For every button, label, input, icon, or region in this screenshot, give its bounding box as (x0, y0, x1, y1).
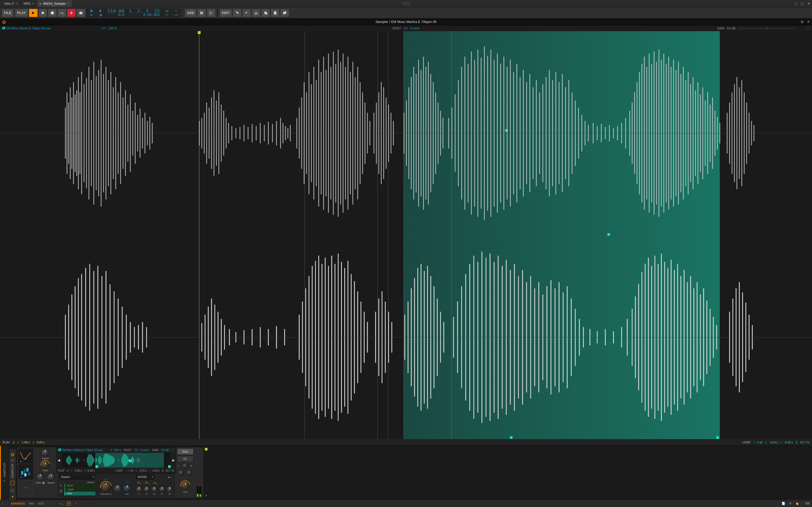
groove-icon[interactable]: ∿ (173, 9, 179, 12)
loop-start-mini[interactable]: 4.29 s (140, 469, 147, 472)
prev-sample-button[interactable]: ◀ (58, 458, 60, 462)
grain-icon[interactable]: ▦ (59, 489, 62, 493)
pitch-knob[interactable] (41, 461, 49, 469)
power-icon[interactable]: ⏻ (11, 453, 14, 457)
record-indicator-icon[interactable] (795, 2, 797, 5)
xfade-value[interactable]: 51.7 % (800, 441, 809, 444)
tab-bws4-sampler[interactable]: ▶ BWS4_Sampler × (37, 0, 72, 7)
close-icon[interactable]: × (16, 2, 18, 6)
add-layer-button[interactable]: + (18, 480, 33, 495)
env-release-knob[interactable] (166, 486, 173, 492)
mini-waveform[interactable]: ◀ ▶ (62, 453, 170, 468)
loop-mode-icon[interactable]: → ⇒ ⇄ (753, 441, 762, 444)
zoom-control[interactable]: ⊪⊢ 100 % (102, 27, 117, 30)
tab-mpe[interactable]: MPE × (21, 0, 37, 7)
fill-icon[interactable]: ⟿ (173, 13, 179, 17)
zoom-mini[interactable]: ⊪ 100 % (110, 449, 121, 452)
settings-icon[interactable]: ⚙ (789, 502, 792, 505)
redo-button[interactable] (242, 9, 251, 17)
count-in-icon[interactable]: ☷ (164, 13, 170, 17)
close-icon[interactable]: × (32, 2, 34, 6)
filter-res-knob[interactable] (114, 484, 121, 492)
metronome-icon[interactable]: ▣ (89, 9, 94, 12)
gain-value[interactable]: 0.0 dB (727, 27, 735, 30)
close-window-icon[interactable]: ✕ (808, 2, 810, 6)
paste-button[interactable] (271, 9, 280, 17)
note-mod-button[interactable]: Note (177, 448, 194, 455)
spread-r-knob[interactable] (186, 470, 192, 476)
root-cents[interactable]: 0 cents (410, 27, 419, 30)
play-label-button[interactable]: PLAY (15, 9, 28, 17)
env-shape-icon[interactable] (145, 481, 150, 484)
sample-filename[interactable]: EM Mvoc Mantra E 70bpm 05.wav (2, 27, 51, 30)
env-sustain-knob[interactable] (159, 486, 165, 492)
device-panel-toggle[interactable]: ▭ (67, 502, 70, 505)
duplicate-button[interactable] (280, 9, 289, 17)
env-decay-knob[interactable] (151, 486, 158, 492)
pan-knob[interactable] (182, 463, 188, 469)
touch-icon[interactable]: 👆 (795, 502, 799, 505)
copy-button[interactable] (261, 9, 270, 17)
undo-button[interactable] (233, 9, 242, 17)
mixer-panel-icon[interactable]: ⦀ (74, 502, 78, 505)
multisample-thumbnail[interactable]: ●→ (18, 464, 33, 479)
play-start-mini[interactable]: 1.68 s (74, 469, 82, 472)
punch-out-icon[interactable]: ◨ (98, 13, 103, 17)
timesig-value[interactable]: 4/4 (108, 13, 124, 16)
crop-icon[interactable]: ⛶ (806, 26, 810, 31)
automation-write-button[interactable]: W (57, 9, 66, 17)
offset-play-button[interactable]: PLAY (64, 484, 95, 488)
stop-button[interactable] (38, 9, 47, 17)
env-attack-knob[interactable] (136, 486, 142, 492)
env-shape-icon[interactable] (153, 481, 158, 484)
folder-icon[interactable]: 🗀 (11, 458, 14, 462)
spread-l-knob[interactable] (178, 470, 184, 476)
automation-lane-icon[interactable]: ⋰ (52, 502, 56, 505)
overdub-button[interactable] (67, 9, 76, 17)
root-cents-mini[interactable]: 0 cents (140, 449, 149, 452)
loop-end-value[interactable]: 6.09 s (785, 441, 793, 444)
edit-button[interactable]: EDIT (219, 9, 232, 17)
filter-freq-knob[interactable] (101, 482, 111, 492)
record-button[interactable] (48, 9, 57, 17)
export-button[interactable] (77, 9, 85, 17)
play-end-value[interactable]: 6.86 s (37, 441, 45, 444)
device-menu-icon[interactable] (11, 489, 14, 493)
glide-knob[interactable] (36, 473, 44, 481)
offset-loop-button[interactable]: LOOP (64, 488, 95, 492)
keyboard-icon[interactable]: ⌨ (806, 502, 809, 505)
position-bars[interactable]: 1. 2. 3. 33 (129, 9, 160, 13)
env-hold-knob[interactable] (144, 486, 150, 492)
power-icon[interactable]: ⏻ (2, 20, 6, 24)
select-knob[interactable] (41, 449, 49, 457)
add-clip-button[interactable] (207, 9, 216, 17)
cut-button[interactable] (252, 9, 261, 17)
playmode-dropdown[interactable]: Repitch (59, 474, 95, 480)
envelope-type-dropdown[interactable]: AHDSR (136, 474, 154, 480)
tempo-value[interactable]: 110.00 (108, 9, 124, 13)
play-button[interactable] (29, 9, 38, 17)
freeze-icon[interactable]: ❄ (59, 484, 62, 488)
new-file-icon[interactable]: 📄 (781, 502, 785, 505)
gain-mini[interactable]: 0.0 dB (161, 449, 169, 452)
add-device-after-button[interactable]: + (205, 493, 207, 498)
crop-icon[interactable]: ⛶ (171, 449, 174, 452)
filter-drive-knob[interactable] (123, 484, 131, 492)
info-toggle[interactable]: i (3, 502, 3, 505)
xfade-mini[interactable]: 51.7 % (166, 469, 174, 472)
sample-filename-mini[interactable]: EM Mvoc Mantra E 70bpm 05.wav (58, 448, 103, 452)
loop-start-value[interactable]: 4.29 s (770, 441, 778, 444)
add-track-button[interactable] (197, 9, 206, 17)
waveform-display[interactable] (0, 31, 812, 439)
edit-view-button[interactable]: EDIT (38, 502, 44, 505)
add-device-button[interactable]: + (3, 478, 6, 483)
loop-mode-mini[interactable]: → ⇒ ⇄ (125, 469, 134, 472)
preroll-icon[interactable]: ⏮ (164, 9, 170, 12)
window-drag-grip[interactable] (402, 2, 410, 5)
add-button[interactable]: ADD (185, 9, 197, 17)
next-sample-button[interactable]: ▶ (172, 458, 175, 462)
expand-device-button[interactable] (10, 481, 14, 485)
reverse-icon[interactable]: ↲ (12, 441, 15, 444)
play-end-mini[interactable]: 6.86 s (88, 469, 95, 472)
close-panel-icon[interactable]: ✕ (807, 20, 810, 24)
